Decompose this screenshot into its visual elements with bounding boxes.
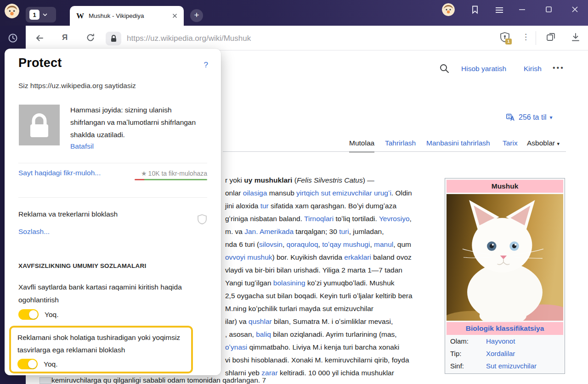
article-line: , asosan, baliq bilan oziqlanadi. Ayrim …: [225, 328, 441, 341]
language-count-label: 256 ta til: [519, 113, 546, 122]
article-link[interactable]: erkaklari: [344, 253, 371, 261]
article-link[interactable]: zarar: [261, 369, 277, 377]
close-button[interactable]: [571, 6, 578, 15]
active-tab[interactable]: W Mushuk - Vikipediya: [70, 6, 184, 26]
menu-icon[interactable]: [495, 7, 503, 15]
downloads-button[interactable]: [571, 32, 581, 44]
tab-tahrirlash[interactable]: Tahrirlash: [385, 139, 416, 147]
history-sidebar-button[interactable]: [0, 26, 26, 50]
article-line: onlar oilasiga mansub yirtqich sut emizu…: [225, 187, 441, 200]
lock-icon: [19, 105, 60, 145]
tab-title: Mushuk - Vikipediya: [89, 12, 168, 19]
protect-panel: Protect ? Siz https://uz.wikipedia.org s…: [5, 49, 221, 375]
shock-ads-toggle[interactable]: [17, 359, 38, 369]
kebab-menu-icon[interactable]: ⋮: [522, 32, 530, 42]
back-button[interactable]: [34, 33, 45, 45]
article-line: jini aloxida tur sifatida xam qarashgan.…: [225, 200, 441, 212]
tab-mutolaa[interactable]: Mutolaa: [349, 139, 374, 152]
site-feedback-link[interactable]: Sayt haqidagi fikr-muloh...: [18, 169, 101, 177]
site-security-button[interactable]: [106, 32, 121, 45]
adblock-section-title: Reklama va trekerlarni bloklash: [18, 210, 118, 218]
user-avatar[interactable]: [442, 3, 455, 16]
chevron-down-icon: ▾: [557, 141, 560, 146]
table-row: Tip: Xordalilar: [447, 347, 563, 360]
article-link[interactable]: Jan. Amerikada: [244, 228, 294, 235]
tab-asboblar[interactable]: Asboblar ▾: [527, 139, 560, 147]
collections-button[interactable]: [546, 32, 556, 44]
article-link[interactable]: tur: [260, 202, 269, 210]
article-link[interactable]: manul: [374, 240, 393, 248]
panel-title: Protect: [18, 56, 62, 70]
translate-icon: [506, 114, 515, 121]
security-section-header: XAVFSIZLIKNING UMUMIY SOZLAMALARI: [18, 262, 146, 269]
bank-warning-toggle[interactable]: [18, 309, 39, 320]
article-line: vi boshi hisoblanadi. Xonaki M. kemiruvc…: [225, 354, 441, 367]
address-bar-url[interactable]: https://uz.wikipedia.org/wiki/Mushuk: [127, 34, 251, 43]
maximize-button[interactable]: [545, 6, 552, 15]
article-line: m. va Jan. Amerikada tarqalgan; 30 turi,…: [225, 225, 441, 238]
table-row: Sinf: Sut emizuvchilar: [447, 360, 563, 372]
more-options-link[interactable]: •••: [553, 64, 565, 72]
create-account-link[interactable]: Hisob yaratish: [461, 65, 506, 73]
tab-tarix[interactable]: Tarix: [503, 139, 518, 147]
article-link[interactable]: oʻynasi: [225, 343, 247, 351]
tab-count-badge: 1: [29, 10, 40, 20]
article-line: nda 6 turi (silovsin, qoraquloq, toʻqay …: [225, 238, 441, 251]
collections-icon: [546, 32, 556, 42]
article-link[interactable]: oilasiga: [243, 189, 267, 197]
table-row: Olam: Hayvonot: [447, 335, 563, 347]
yandex-button[interactable]: Я: [62, 33, 68, 42]
article-link[interactable]: ovvoyi mushuk: [225, 253, 272, 261]
tab-counter-button[interactable]: 1: [26, 7, 56, 22]
article-link[interactable]: bolasining: [273, 279, 305, 287]
browser-profile-avatar[interactable]: [5, 4, 19, 18]
wiki-search-button[interactable]: [439, 63, 449, 75]
divider: [18, 197, 207, 198]
classification-header-link[interactable]: Biologik klassifikatsiya: [447, 322, 563, 335]
shock-ads-text: Reklamani shok holatiga tushiradigan yok…: [17, 331, 184, 356]
article-link[interactable]: Yevrosiyo: [379, 215, 410, 223]
avatar-icon: [5, 4, 19, 18]
rating-bar: [135, 179, 207, 180]
reload-button[interactable]: [85, 33, 96, 45]
help-link[interactable]: ?: [204, 61, 208, 70]
browser-titlebar: 1 W Mushuk - Vikipediya +: [0, 0, 588, 26]
chevron-down-icon: ▾: [549, 114, 552, 121]
row-value-link[interactable]: Hayvonot: [486, 337, 515, 345]
article-link[interactable]: baliq: [256, 330, 271, 338]
blocked-count-badge: 1: [505, 39, 512, 45]
kitten-photo: [447, 194, 563, 321]
row-value-link[interactable]: Xordalilar: [486, 350, 515, 357]
article-line: vlaydi va bir-biri bilan urishadi. Yilig…: [225, 264, 441, 277]
lock-icon: [110, 34, 117, 43]
article-line: gʻriniga nisbatan baland. Tirnoqlari toʻ…: [225, 212, 441, 225]
row-value-link[interactable]: Sut emizuvchilar: [486, 362, 537, 370]
article-link[interactable]: Tirnoqlari: [304, 215, 334, 223]
adblock-settings-link[interactable]: Sozlash...: [18, 228, 50, 236]
article-link[interactable]: silovsin: [259, 240, 283, 248]
login-link[interactable]: Kirish: [524, 65, 542, 73]
article-link[interactable]: turi: [339, 228, 349, 235]
tab-manbasini-tahrirlash[interactable]: Manbasini tahrirlash: [426, 139, 490, 147]
tab-close-icon[interactable]: [172, 13, 177, 18]
rating-count-text: 10K ta fikr-mulohaza: [148, 170, 207, 177]
article-link[interactable]: yirtqich sut emizuvchilar urugʻi: [296, 189, 391, 197]
article-link[interactable]: toʻqay mushugi: [322, 240, 370, 248]
minimize-button[interactable]: [519, 6, 526, 15]
language-selector[interactable]: 256 ta til ▾: [506, 113, 553, 122]
shock-ads-highlighted-setting: Reklamani shok holatiga tushiradigan yok…: [9, 326, 193, 373]
avatar-icon: [442, 3, 455, 16]
toggle-state-label: Yoq.: [45, 311, 58, 319]
article-link[interactable]: qushlar: [249, 317, 272, 325]
new-tab-button[interactable]: +: [190, 9, 203, 22]
article-line: ilar) va qushlar bilan, Sumatra M. i oʻs…: [225, 315, 441, 328]
wikipedia-favicon: W: [76, 11, 84, 21]
article-link[interactable]: qoraquloq: [287, 240, 318, 248]
details-link[interactable]: Batafsil: [70, 142, 94, 150]
toolbar-divider: [536, 31, 536, 45]
bookmarks-icon[interactable]: [471, 5, 479, 16]
article-text: r yoki uy mushuklari (Felis Silvestris C…: [225, 174, 441, 379]
row-label: Tip:: [450, 350, 486, 357]
article-line: Yangi tugʻilgan bolasining koʻzi yumuqbo…: [225, 277, 441, 289]
connection-secure-text: Hammasi joyida: sizning ulanish shifrlan…: [70, 104, 201, 141]
